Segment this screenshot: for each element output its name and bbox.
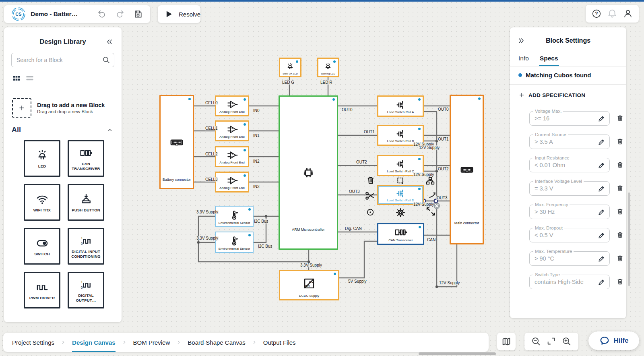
pushbutton-icon (79, 192, 93, 206)
redo-icon[interactable] (115, 9, 125, 19)
can-icon (394, 226, 408, 239)
spec-label: Input Resistance (533, 155, 571, 160)
canvas-block-analog-front-end[interactable]: Analog Front End (215, 146, 249, 167)
spec-field[interactable]: Voltage Max.>= 16 (529, 111, 610, 126)
delete-spec-icon[interactable] (616, 114, 624, 122)
library-block-digital-input-conditioning[interactable]: 10DIGITAL INPUT CONDITIONING (68, 228, 104, 265)
list-view-icon[interactable] (25, 73, 35, 83)
chevron-up-icon[interactable] (106, 126, 114, 134)
zoom-out-icon[interactable] (531, 336, 541, 347)
collapse-panel-icon[interactable] (105, 38, 114, 46)
delete-spec-icon[interactable] (616, 137, 624, 146)
group-icon[interactable] (425, 176, 436, 186)
edit-pencil-icon[interactable] (597, 114, 606, 123)
can-icon (79, 146, 93, 160)
resize-icon[interactable] (425, 205, 437, 217)
fit-screen-icon[interactable] (546, 336, 557, 347)
app-logo[interactable]: CS (11, 7, 26, 21)
drag-add-block[interactable]: Drag to add a new Block Drag and drop a … (4, 90, 122, 118)
grid-view-icon[interactable] (12, 73, 21, 83)
delete-spec-icon[interactable] (616, 184, 624, 192)
delete-spec-icon[interactable] (616, 277, 624, 286)
delete-spec-icon[interactable] (616, 207, 624, 216)
project-title: Demo - Batter… (31, 10, 78, 18)
spec-row-current-source: Current Source> 3.5 A (529, 135, 626, 149)
tab-info[interactable]: Info (518, 51, 529, 66)
canvas-block-environmental-sensor[interactable]: Environmental Sensor (215, 206, 254, 227)
net-label-out2: OUT2 (438, 167, 449, 171)
vertical-scrollbar[interactable] (628, 192, 630, 286)
help-chat-button[interactable]: Hilfe (588, 331, 639, 350)
tab-specs[interactable]: Specs (540, 51, 558, 66)
spec-field[interactable]: Max. Temperature> 90 °C (529, 251, 610, 266)
workflow-tab-bom-preview[interactable]: BOM Preview (133, 333, 170, 352)
library-block-switch[interactable]: SWITCH (24, 228, 60, 265)
delete-spec-icon[interactable] (616, 161, 624, 169)
canvas-block-state-ok-led[interactable]: State OK LED (279, 58, 301, 77)
settings-icon[interactable] (395, 207, 406, 218)
cut-icon[interactable] (364, 190, 376, 201)
canvas-block-dcdc-supply[interactable]: DCDCDCDC Supply (279, 270, 339, 300)
status-dot-icon (188, 98, 191, 100)
canvas-block-analog-front-end[interactable]: Analog Front End (215, 172, 249, 192)
edit-pencil-icon[interactable] (597, 161, 606, 170)
canvas-block-battery-connector[interactable]: Battery connector (159, 95, 194, 189)
undo-icon[interactable] (97, 9, 107, 19)
search-icon (102, 56, 111, 64)
net-label-out3: OUT3 (436, 196, 448, 200)
search-input[interactable] (11, 53, 114, 67)
zoom-in-icon[interactable] (561, 336, 572, 347)
edit-pencil-icon[interactable] (597, 278, 606, 286)
library-block-pwm-driver[interactable]: PWM DRIVER (24, 272, 60, 308)
edit-pencil-icon[interactable] (597, 231, 606, 240)
spec-field[interactable]: Max. Dropout< 0.5 V (529, 228, 610, 242)
canvas-block-environmental-sensor[interactable]: Environmental Sensor (215, 232, 254, 253)
resolve-button[interactable]: Resolve (158, 5, 200, 23)
status-dot-icon (296, 60, 298, 63)
canvas-block-load-switch-rail-a[interactable]: Load Switch Rail A (377, 95, 424, 117)
spec-value: >= 16 (535, 115, 549, 122)
canvas-block-arm-microcontroller[interactable]: ARM Microcontroller (279, 95, 338, 250)
horizontal-scrollbar[interactable] (419, 352, 496, 355)
spec-field[interactable]: Interface Voltage Level= 3.3 V (529, 181, 610, 196)
minimap-button[interactable] (497, 333, 516, 350)
workflow-tab-project-settings[interactable]: Project Settings (12, 333, 54, 352)
library-block-push-button[interactable]: PUSH BUTTON (68, 184, 104, 221)
workflow-tab-board-shape-canvas[interactable]: Board-Shape Canvas (188, 333, 245, 352)
spec-field[interactable]: Max. Frequency> 30 Hz (529, 205, 610, 219)
net-label-12v-supply: 12V Supply (439, 281, 460, 285)
delete-spec-icon[interactable] (616, 254, 624, 263)
duplicate-icon[interactable] (395, 176, 405, 186)
delete-icon[interactable] (365, 175, 376, 186)
delete-spec-icon[interactable] (616, 231, 624, 239)
library-block-digital-output[interactable]: 10DIGITAL OUTPUT… (68, 272, 104, 308)
svg-text:0: 0 (80, 242, 83, 246)
save-icon[interactable] (133, 9, 143, 19)
canvas-block-can-transceiver[interactable]: CAN Transceiver (377, 223, 424, 245)
library-block-wifi-trx[interactable]: WIFI TRX (24, 184, 60, 221)
pwm-icon (35, 280, 49, 294)
help-icon[interactable]: ? (591, 8, 602, 19)
library-block-led[interactable]: LED (24, 140, 60, 177)
canvas-block-main-connector[interactable]: Main connector (450, 95, 484, 244)
connect-icon[interactable] (428, 190, 438, 200)
notifications-icon[interactable] (607, 8, 617, 19)
spec-field[interactable]: Input Resistance< 0.01 Ohm (529, 158, 610, 172)
library-block-can-transceiver[interactable]: CAN TRANSCEIVER (68, 140, 104, 177)
workflow-tab-output-files[interactable]: Output Files (263, 333, 296, 352)
add-specification-button[interactable]: ADD SPECIFICATION (518, 92, 585, 98)
rotate-icon[interactable] (365, 207, 375, 217)
canvas-block-analog-front-end[interactable]: Analog Front End (215, 95, 249, 116)
account-icon[interactable] (623, 8, 633, 19)
net-label-out0: OUT0 (438, 107, 449, 112)
workflow-tab-design-canvas[interactable]: Design Canvas (72, 333, 116, 352)
edit-pencil-icon[interactable] (597, 184, 606, 193)
account-toolbar: ? (586, 5, 639, 23)
edit-pencil-icon[interactable] (597, 138, 606, 146)
canvas-block-analog-front-end[interactable]: Analog Front End (215, 120, 249, 141)
edit-pencil-icon[interactable] (597, 255, 606, 263)
canvas-block-warning-led[interactable]: Warning LED (317, 58, 339, 77)
spec-field[interactable]: Current Source> 3.5 A (529, 135, 610, 149)
spec-field[interactable]: Switch Typecontains High-Side (529, 275, 610, 289)
edit-pencil-icon[interactable] (597, 208, 606, 216)
